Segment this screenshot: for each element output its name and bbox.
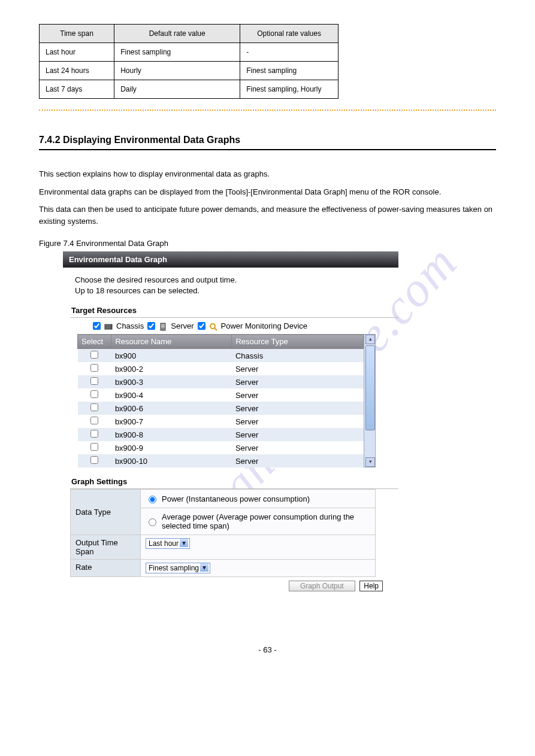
filter-pmd-label: Power Monitoring Device [221,321,308,330]
col-optional-rate: Optional rate values [240,25,338,43]
filter-chassis-label: Chassis [116,321,144,330]
resource-type-filters: Chassis Server Power Monitoring Device [63,318,398,334]
resource-name: bx900-2 [111,362,232,375]
rate-label: Rate [71,560,141,577]
col-select: Select [78,335,111,349]
instruction-line: Up to 18 resources can be selected. [75,286,200,295]
resource-type: Server [232,375,364,388]
radio-power-label: Power (Instantaneous power consumption) [162,494,310,503]
col-timespan: Time span [40,25,114,43]
resource-name: bx900-3 [111,375,232,388]
filter-server-label: Server [171,321,194,330]
svg-rect-6 [161,326,165,327]
server-icon [159,322,167,330]
table-cell: Last 7 days [40,80,114,99]
resource-type: Server [232,415,364,428]
resources-table: Select Resource Name Resource Type bx900… [77,334,364,467]
filter-pmd-checkbox[interactable] [198,322,205,330]
panel-header: Environmental Data Graph [63,251,398,268]
target-resources-heading: Target Resources [70,296,398,318]
scroll-down-icon[interactable]: ▾ [365,457,375,467]
resource-name: bx900-10 [111,454,232,467]
row-select-checkbox[interactable] [90,430,98,438]
instruction-line: Choose the desired resources and output … [75,275,237,284]
table-cell: Hourly [114,62,240,80]
section-title: 7.4.2 Displaying Environmental Data Grap… [39,135,496,145]
filter-chassis-checkbox[interactable] [93,322,101,330]
graph-settings-heading: Graph Settings [70,467,398,489]
col-resource-name: Resource Name [111,335,232,349]
svg-line-8 [214,328,217,330]
scroll-thumb[interactable] [365,345,375,430]
svg-rect-5 [161,324,165,326]
help-button[interactable]: Help [359,581,383,591]
resource-name: bx900-6 [111,402,232,415]
resource-name: bx900-8 [111,428,232,441]
section-rule [39,149,496,150]
resource-name: bx900-9 [111,441,232,454]
svg-point-7 [210,324,215,329]
resource-type: Server [232,428,364,441]
rate-options-table: Time span Default rate value Optional ra… [39,24,338,99]
resource-type: Server [232,388,364,402]
graph-settings-table: Data Type Power (Instantaneous power con… [70,489,376,577]
row-select-checkbox[interactable] [90,443,98,451]
radio-average-power[interactable] [149,518,156,526]
table-cell: Last hour [40,43,114,62]
resource-type: Server [232,362,364,375]
panel-instructions: Choose the desired resources and output … [63,268,398,296]
resource-type: Server [232,454,364,467]
row-select-checkbox[interactable] [90,364,98,372]
table-cell: Daily [114,80,240,99]
radio-average-power-label: Average power (Average power consumption… [162,512,370,530]
filter-server-checkbox[interactable] [147,322,155,330]
resource-name: bx900-4 [111,388,232,402]
body-paragraph: This data can then be used to anticipate… [39,204,496,227]
scroll-up-icon[interactable]: ▴ [365,335,375,344]
graph-output-button[interactable]: Graph Output [289,581,355,591]
row-select-checkbox[interactable] [90,417,98,424]
figure-caption: Figure 7.4 Environmental Data Graph [39,239,496,248]
resource-name: bx900 [111,349,232,363]
magnifier-icon [209,322,217,330]
output-time-span-label: Output Time Span [71,535,141,560]
col-default-rate: Default rate value [114,25,240,43]
rate-select[interactable]: Finest sampling [146,563,210,573]
chassis-icon [104,322,113,330]
row-select-checkbox[interactable] [90,351,98,359]
row-select-checkbox[interactable] [90,390,98,398]
resource-type: Chassis [232,349,364,363]
row-select-checkbox[interactable] [90,456,98,464]
table-cell: Finest sampling [240,62,338,80]
data-type-label: Data Type [71,490,141,535]
radio-power[interactable] [149,496,156,503]
body-paragraph: This section explains how to display env… [39,168,496,180]
row-select-checkbox[interactable] [90,403,98,411]
body-paragraph: Environmental data graphs can be display… [39,186,496,198]
row-select-checkbox[interactable] [90,377,98,385]
table-cell: Last 24 hours [40,62,114,80]
table-cell: Finest sampling [114,43,240,62]
col-resource-type: Resource Type [232,335,364,349]
output-time-span-select[interactable]: Last hour [146,538,190,549]
resource-type: Server [232,441,364,454]
resource-name: bx900-7 [111,415,232,428]
table-cell: Finest sampling, Hourly [240,80,338,99]
environmental-data-panel: Environmental Data Graph Choose the desi… [63,251,398,591]
table-cell: - [240,43,338,62]
dotted-divider [39,110,496,111]
page-number: - 63 - [39,645,496,654]
resource-type: Server [232,402,364,415]
scrollbar[interactable]: ▴ ▾ [364,334,376,467]
